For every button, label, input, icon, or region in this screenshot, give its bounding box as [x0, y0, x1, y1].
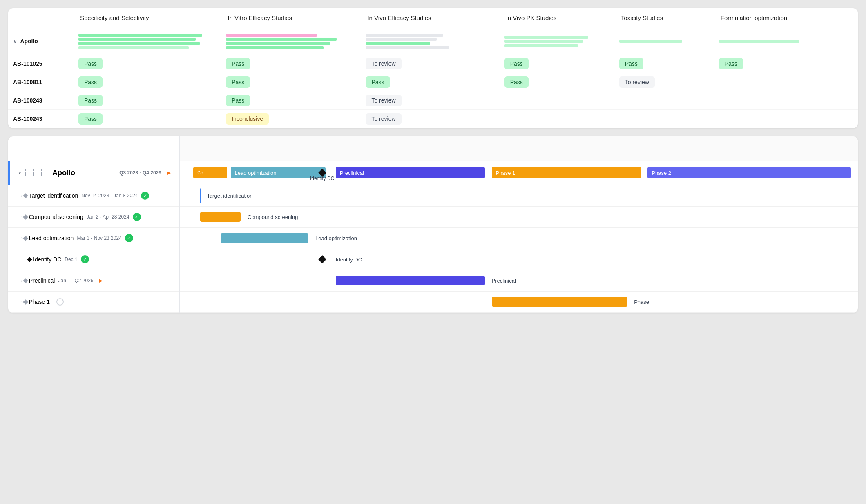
- study-table: Specificity and Selectivity In Vitro Eff…: [8, 8, 858, 128]
- gantt-row-compound[interactable]: › Compound screening Jan 2 - Apr 28 2024…: [8, 207, 179, 228]
- check-icon: ✓: [133, 213, 141, 221]
- status-arrow-icon: ▶: [97, 277, 105, 285]
- cell-vivo: Pass: [361, 73, 499, 91]
- diamond-icon: [23, 278, 28, 283]
- gantt-chart: Co... Lead optimization Preclinical Phas…: [180, 136, 858, 313]
- cell-pk: Pass: [500, 55, 614, 73]
- row-label: Preclinical: [29, 277, 55, 284]
- check-icon: ✓: [81, 255, 89, 263]
- gantt-row-identify-dc[interactable]: Identify DC Dec 1 ✓: [8, 249, 179, 270]
- cell-pk: [500, 91, 614, 109]
- group-name[interactable]: ∨ Apollo: [8, 28, 74, 55]
- row-label: Lead optimization: [29, 235, 74, 241]
- group-sparkline-formulation: [714, 28, 858, 55]
- study-table-panel: Specificity and Selectivity In Vitro Eff…: [8, 8, 858, 128]
- cell-specificity: Pass: [74, 109, 221, 128]
- gantt-chart-row-preclinical: Preclinical: [180, 270, 858, 292]
- gantt-chart-row-lead: Lead optimization: [180, 228, 858, 249]
- cell-formulation: [714, 91, 858, 109]
- table-row: AB-101025 Pass Pass To review Pass Pass …: [8, 55, 858, 73]
- diamond-icon: [23, 299, 28, 305]
- gantt-container: ∨ Apollo Q3 2023 - Q4 2029 ▶ › Target id…: [8, 136, 858, 313]
- check-icon: ✓: [125, 234, 133, 242]
- cell-specificity: Pass: [74, 91, 221, 109]
- caret-icon[interactable]: ∨: [18, 170, 21, 176]
- cell-formulation: Pass: [714, 55, 858, 73]
- milestone-diamond-icon: [318, 255, 326, 263]
- col-header-vivo: In Vivo Efficacy Studies: [361, 8, 499, 28]
- row-id: AB-100243: [8, 109, 74, 128]
- gantt-row-preclinical[interactable]: › Preclinical Jan 1 - Q2 2026 ▶: [8, 270, 179, 292]
- bar-label: Compound screening: [248, 214, 298, 220]
- check-icon: ✓: [141, 192, 149, 200]
- gantt-chart-row-target: Target identification: [180, 185, 858, 207]
- gantt-chart-row-phase1: Phase: [180, 292, 858, 313]
- group-sparkline-specificity: [74, 28, 221, 55]
- col-header-toxicity: Toxicity Studies: [614, 8, 714, 28]
- gantt-row-phase1[interactable]: › Phase 1: [8, 292, 179, 313]
- cell-toxicity: Pass: [614, 55, 714, 73]
- preclinical-bar: Preclinical: [336, 167, 485, 178]
- group-row-apollo: ∨ Apollo: [8, 28, 858, 55]
- group-sparkline-toxicity: [614, 28, 714, 55]
- cell-toxicity: To review: [614, 73, 714, 91]
- cell-vitro: Pass: [221, 91, 361, 109]
- row-dates: Dec 1: [65, 256, 77, 262]
- gantt-row-lead[interactable]: › Lead optimization Mar 3 - Nov 23 2024 …: [8, 228, 179, 249]
- bar-label: Preclinical: [492, 278, 516, 284]
- cell-vivo: To review: [361, 109, 499, 128]
- project-dates: Q3 2023 - Q4 2029: [119, 170, 161, 176]
- status-icon: ▶: [165, 169, 173, 177]
- gantt-main-row[interactable]: ∨ Apollo Q3 2023 - Q4 2029 ▶: [8, 161, 179, 185]
- diamond-icon: [23, 236, 28, 241]
- col-header-specificity: Specificity and Selectivity: [74, 8, 221, 28]
- cell-toxicity: [614, 109, 714, 128]
- bar-label: Target identification: [207, 193, 252, 199]
- compound-small-bar: [200, 212, 241, 222]
- milestone-diamond-icon: [27, 257, 32, 262]
- table-row: AB-100243 Pass Inconclusive To review: [8, 109, 858, 128]
- cell-pk: [500, 109, 614, 128]
- cell-vitro: Inconclusive: [221, 109, 361, 128]
- cell-vivo: To review: [361, 55, 499, 73]
- phase-label: Phase: [634, 299, 649, 305]
- project-name: Apollo: [52, 169, 75, 177]
- gantt-panel: ∨ Apollo Q3 2023 - Q4 2029 ▶ › Target id…: [8, 136, 858, 313]
- cell-formulation: [714, 73, 858, 91]
- cell-specificity: Pass: [74, 55, 221, 73]
- cell-formulation: [714, 109, 858, 128]
- row-dates: Jan 2 - Apr 28 2024: [87, 214, 129, 220]
- row-accent: [8, 161, 10, 185]
- gantt-chart-row-compound: Compound screening: [180, 207, 858, 228]
- table-row: AB-100811 Pass Pass Pass Pass To review: [8, 73, 858, 91]
- gantt-chart-header: [180, 136, 858, 161]
- group-sparkline-pk: [500, 28, 614, 55]
- row-id: AB-101025: [8, 55, 74, 73]
- row-dates: Jan 1 - Q2 2026: [58, 278, 93, 283]
- diamond-icon: [23, 193, 28, 198]
- compound-bar: Co...: [193, 167, 227, 178]
- gantt-row-target[interactable]: › Target identification Nov 14 2023 - Ja…: [8, 185, 179, 207]
- phase1-bar: Phase 1: [492, 167, 641, 178]
- cell-pk: Pass: [500, 73, 614, 91]
- gantt-sidebar: ∨ Apollo Q3 2023 - Q4 2029 ▶ › Target id…: [8, 136, 180, 313]
- row-label: Phase 1: [29, 299, 50, 305]
- row-label: Identify DC: [33, 256, 61, 263]
- row-indicator: [200, 188, 201, 203]
- col-header-vitro: In Vitro Efficacy Studies: [221, 8, 361, 28]
- bar-label: Lead optimization: [315, 235, 357, 241]
- phase1-small-bar: [492, 297, 627, 307]
- lead-small-bar: [221, 233, 309, 243]
- group-sparkline-vivo: [361, 28, 499, 55]
- phase2-bar: Phase 2: [647, 167, 851, 178]
- diamond-icon: [23, 214, 28, 220]
- preclinical-small-bar: [336, 276, 485, 285]
- row-label: Target identification: [29, 192, 78, 199]
- cell-toxicity: [614, 91, 714, 109]
- row-id: AB-100243: [8, 91, 74, 109]
- milestone-label: Identify DC: [336, 256, 362, 263]
- row-dates: Nov 14 2023 - Jan 8 2024: [81, 193, 138, 198]
- gantt-chart-row-identify: Identify DC: [180, 249, 858, 270]
- cell-specificity: Pass: [74, 73, 221, 91]
- gantt-sidebar-header: [8, 136, 179, 161]
